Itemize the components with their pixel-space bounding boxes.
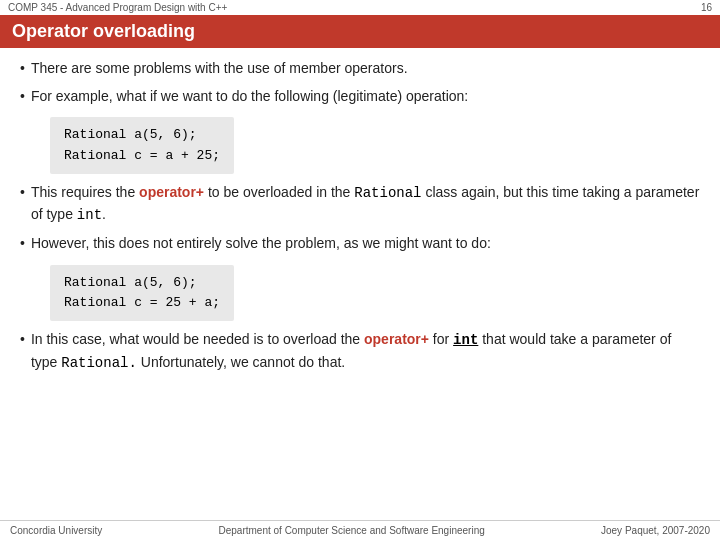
bullet-5: • In this case, what would be needed is … — [20, 329, 700, 374]
rational-code-2: Rational. — [61, 355, 137, 371]
code-block-1-line1: Rational a(5, 6); — [64, 125, 220, 145]
footer-center: Department of Computer Science and Softw… — [219, 525, 485, 536]
bullet-5-text: In this case, what would be needed is to… — [31, 329, 700, 374]
bullet-dot-4: • — [20, 233, 25, 255]
bullet-4: • However, this does not entirely solve … — [20, 233, 700, 255]
slide-content: • There are some problems with the use o… — [0, 48, 720, 390]
code-block-2: Rational a(5, 6); Rational c = 25 + a; — [50, 265, 234, 321]
bullet-2: • For example, what if we want to do the… — [20, 86, 700, 108]
rational-code-1: Rational — [354, 185, 421, 201]
bullet-1-text: There are some problems with the use of … — [31, 58, 408, 80]
int-code-1: int — [77, 207, 102, 223]
bullet-4-text: However, this does not entirely solve th… — [31, 233, 491, 255]
operator-highlight-2: operator+ — [364, 331, 429, 347]
bullet-dot-1: • — [20, 58, 25, 80]
top-bar: COMP 345 - Advanced Program Design with … — [0, 0, 720, 15]
code-block-2-line2: Rational c = 25 + a; — [64, 293, 220, 313]
footer-left: Concordia University — [10, 525, 102, 536]
code-block-1: Rational a(5, 6); Rational c = a + 25; — [50, 117, 234, 173]
slide-footer: Concordia University Department of Compu… — [0, 520, 720, 540]
code-block-2-line1: Rational a(5, 6); — [64, 273, 220, 293]
bullet-dot-2: • — [20, 86, 25, 108]
bullet-dot-3: • — [20, 182, 25, 204]
bullet-3: • This requires the operator+ to be over… — [20, 182, 700, 227]
bullet-1: • There are some problems with the use o… — [20, 58, 700, 80]
bullet-3-text: This requires the operator+ to be overlo… — [31, 182, 700, 227]
bullet-dot-5: • — [20, 329, 25, 351]
footer-right: Joey Paquet, 2007-2020 — [601, 525, 710, 536]
code-block-1-line2: Rational c = a + 25; — [64, 146, 220, 166]
page-title: Operator overloading — [12, 21, 195, 41]
course-title: COMP 345 - Advanced Program Design with … — [8, 2, 227, 13]
slide-number: 16 — [701, 2, 712, 13]
bullet-2-text: For example, what if we want to do the f… — [31, 86, 468, 108]
int-code-2: int — [453, 332, 478, 348]
operator-highlight-1: operator+ — [139, 184, 204, 200]
slide-header: Operator overloading — [0, 15, 720, 48]
